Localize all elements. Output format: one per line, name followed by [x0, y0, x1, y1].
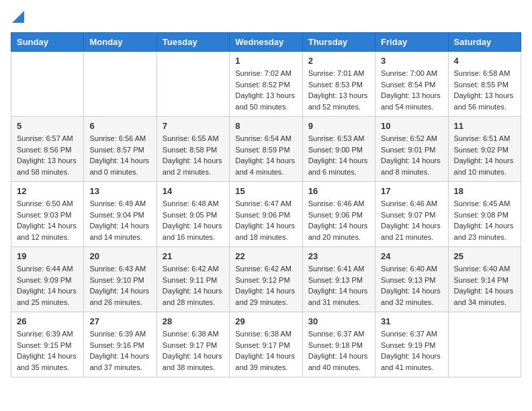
day-cell-20: 20Sunrise: 6:43 AM Sunset: 9:10 PM Dayli…	[84, 247, 157, 312]
day-info: Sunrise: 6:52 AM Sunset: 9:01 PM Dayligh…	[381, 133, 442, 177]
day-number: 1	[235, 56, 296, 66]
day-number: 26	[17, 316, 78, 326]
day-number: 14	[163, 186, 224, 196]
empty-cell	[11, 52, 84, 117]
weekday-thursday: Thursday	[302, 33, 375, 52]
day-info: Sunrise: 6:56 AM Sunset: 8:57 PM Dayligh…	[89, 133, 150, 177]
day-number: 2	[308, 56, 369, 66]
day-number: 9	[308, 121, 369, 131]
day-number: 13	[89, 186, 150, 196]
week-row-2: 5Sunrise: 6:57 AM Sunset: 8:56 PM Daylig…	[11, 117, 521, 182]
day-info: Sunrise: 6:46 AM Sunset: 9:07 PM Dayligh…	[381, 198, 442, 242]
day-info: Sunrise: 6:41 AM Sunset: 9:13 PM Dayligh…	[308, 263, 369, 308]
day-cell-26: 26Sunrise: 6:39 AM Sunset: 9:15 PM Dayli…	[11, 312, 84, 377]
week-row-4: 19Sunrise: 6:44 AM Sunset: 9:09 PM Dayli…	[11, 247, 521, 312]
day-cell-5: 5Sunrise: 6:57 AM Sunset: 8:56 PM Daylig…	[11, 117, 84, 182]
day-cell-13: 13Sunrise: 6:49 AM Sunset: 9:04 PM Dayli…	[84, 182, 157, 247]
day-cell-4: 4Sunrise: 6:58 AM Sunset: 8:55 PM Daylig…	[448, 52, 521, 117]
day-cell-27: 27Sunrise: 6:39 AM Sunset: 9:16 PM Dayli…	[84, 312, 157, 377]
empty-cell	[84, 52, 157, 117]
svg-marker-0	[12, 11, 24, 23]
day-cell-19: 19Sunrise: 6:44 AM Sunset: 9:09 PM Dayli…	[11, 247, 84, 312]
day-number: 12	[17, 186, 78, 196]
weekday-saturday: Saturday	[448, 33, 521, 52]
day-number: 23	[308, 251, 369, 261]
day-number: 22	[235, 251, 296, 261]
day-info: Sunrise: 6:48 AM Sunset: 9:05 PM Dayligh…	[163, 198, 224, 242]
day-cell-30: 30Sunrise: 6:37 AM Sunset: 9:18 PM Dayli…	[302, 312, 375, 377]
day-info: Sunrise: 6:45 AM Sunset: 9:08 PM Dayligh…	[454, 198, 515, 242]
day-number: 28	[163, 316, 224, 326]
day-number: 5	[17, 121, 78, 131]
day-info: Sunrise: 6:40 AM Sunset: 9:14 PM Dayligh…	[454, 263, 515, 308]
page-header	[11, 11, 521, 24]
day-info: Sunrise: 6:38 AM Sunset: 9:17 PM Dayligh…	[235, 328, 296, 373]
day-number: 31	[381, 316, 442, 326]
day-number: 21	[163, 251, 224, 261]
day-info: Sunrise: 6:43 AM Sunset: 9:10 PM Dayligh…	[89, 263, 150, 308]
day-number: 25	[454, 251, 515, 261]
day-number: 7	[163, 121, 224, 131]
weekday-wednesday: Wednesday	[230, 33, 302, 52]
day-number: 4	[454, 56, 515, 66]
day-number: 10	[381, 121, 442, 131]
day-number: 6	[89, 121, 150, 131]
week-row-1: 1Sunrise: 7:02 AM Sunset: 8:52 PM Daylig…	[11, 52, 521, 117]
week-row-3: 12Sunrise: 6:50 AM Sunset: 9:03 PM Dayli…	[11, 182, 521, 247]
empty-cell	[157, 52, 229, 117]
day-number: 16	[308, 186, 369, 196]
logo	[11, 11, 24, 24]
day-info: Sunrise: 6:55 AM Sunset: 8:58 PM Dayligh…	[163, 133, 224, 177]
day-cell-18: 18Sunrise: 6:45 AM Sunset: 9:08 PM Dayli…	[448, 182, 521, 247]
weekday-sunday: Sunday	[11, 33, 84, 52]
day-cell-14: 14Sunrise: 6:48 AM Sunset: 9:05 PM Dayli…	[157, 182, 229, 247]
day-info: Sunrise: 7:02 AM Sunset: 8:52 PM Dayligh…	[235, 68, 296, 112]
day-cell-31: 31Sunrise: 6:37 AM Sunset: 9:19 PM Dayli…	[375, 312, 448, 377]
day-info: Sunrise: 6:57 AM Sunset: 8:56 PM Dayligh…	[17, 133, 78, 177]
day-number: 29	[235, 316, 296, 326]
day-info: Sunrise: 6:58 AM Sunset: 8:55 PM Dayligh…	[454, 68, 515, 112]
day-cell-11: 11Sunrise: 6:51 AM Sunset: 9:02 PM Dayli…	[448, 117, 521, 182]
day-info: Sunrise: 6:39 AM Sunset: 9:15 PM Dayligh…	[17, 328, 78, 373]
empty-cell	[448, 312, 521, 377]
day-info: Sunrise: 6:47 AM Sunset: 9:06 PM Dayligh…	[235, 198, 296, 242]
day-cell-15: 15Sunrise: 6:47 AM Sunset: 9:06 PM Dayli…	[230, 182, 302, 247]
week-row-5: 26Sunrise: 6:39 AM Sunset: 9:15 PM Dayli…	[11, 312, 521, 377]
day-number: 8	[235, 121, 296, 131]
logo-icon	[12, 11, 24, 23]
day-cell-28: 28Sunrise: 6:38 AM Sunset: 9:17 PM Dayli…	[157, 312, 229, 377]
day-cell-17: 17Sunrise: 6:46 AM Sunset: 9:07 PM Dayli…	[375, 182, 448, 247]
day-cell-23: 23Sunrise: 6:41 AM Sunset: 9:13 PM Dayli…	[302, 247, 375, 312]
calendar-table: SundayMondayTuesdayWednesdayThursdayFrid…	[11, 32, 521, 377]
day-cell-24: 24Sunrise: 6:40 AM Sunset: 9:13 PM Dayli…	[375, 247, 448, 312]
day-info: Sunrise: 6:54 AM Sunset: 8:59 PM Dayligh…	[235, 133, 296, 177]
day-number: 30	[308, 316, 369, 326]
day-info: Sunrise: 6:37 AM Sunset: 9:19 PM Dayligh…	[381, 328, 442, 373]
day-number: 18	[454, 186, 515, 196]
day-cell-8: 8Sunrise: 6:54 AM Sunset: 8:59 PM Daylig…	[230, 117, 302, 182]
day-info: Sunrise: 6:44 AM Sunset: 9:09 PM Dayligh…	[17, 263, 78, 308]
weekday-tuesday: Tuesday	[157, 33, 229, 52]
day-info: Sunrise: 7:00 AM Sunset: 8:54 PM Dayligh…	[381, 68, 442, 112]
day-info: Sunrise: 6:46 AM Sunset: 9:06 PM Dayligh…	[308, 198, 369, 242]
day-cell-21: 21Sunrise: 6:42 AM Sunset: 9:11 PM Dayli…	[157, 247, 229, 312]
day-cell-6: 6Sunrise: 6:56 AM Sunset: 8:57 PM Daylig…	[84, 117, 157, 182]
day-cell-10: 10Sunrise: 6:52 AM Sunset: 9:01 PM Dayli…	[375, 117, 448, 182]
day-cell-29: 29Sunrise: 6:38 AM Sunset: 9:17 PM Dayli…	[230, 312, 302, 377]
day-info: Sunrise: 6:42 AM Sunset: 9:12 PM Dayligh…	[235, 263, 296, 308]
day-cell-1: 1Sunrise: 7:02 AM Sunset: 8:52 PM Daylig…	[230, 52, 302, 117]
day-cell-16: 16Sunrise: 6:46 AM Sunset: 9:06 PM Dayli…	[302, 182, 375, 247]
day-cell-12: 12Sunrise: 6:50 AM Sunset: 9:03 PM Dayli…	[11, 182, 84, 247]
day-info: Sunrise: 6:49 AM Sunset: 9:04 PM Dayligh…	[89, 198, 150, 242]
day-info: Sunrise: 6:50 AM Sunset: 9:03 PM Dayligh…	[17, 198, 78, 242]
day-number: 3	[381, 56, 442, 66]
day-info: Sunrise: 6:51 AM Sunset: 9:02 PM Dayligh…	[454, 133, 515, 177]
day-info: Sunrise: 6:42 AM Sunset: 9:11 PM Dayligh…	[163, 263, 224, 308]
day-number: 11	[454, 121, 515, 131]
day-number: 17	[381, 186, 442, 196]
day-cell-3: 3Sunrise: 7:00 AM Sunset: 8:54 PM Daylig…	[375, 52, 448, 117]
day-number: 27	[89, 316, 150, 326]
day-info: Sunrise: 6:53 AM Sunset: 9:00 PM Dayligh…	[308, 133, 369, 177]
day-cell-2: 2Sunrise: 7:01 AM Sunset: 8:53 PM Daylig…	[302, 52, 375, 117]
day-number: 24	[381, 251, 442, 261]
